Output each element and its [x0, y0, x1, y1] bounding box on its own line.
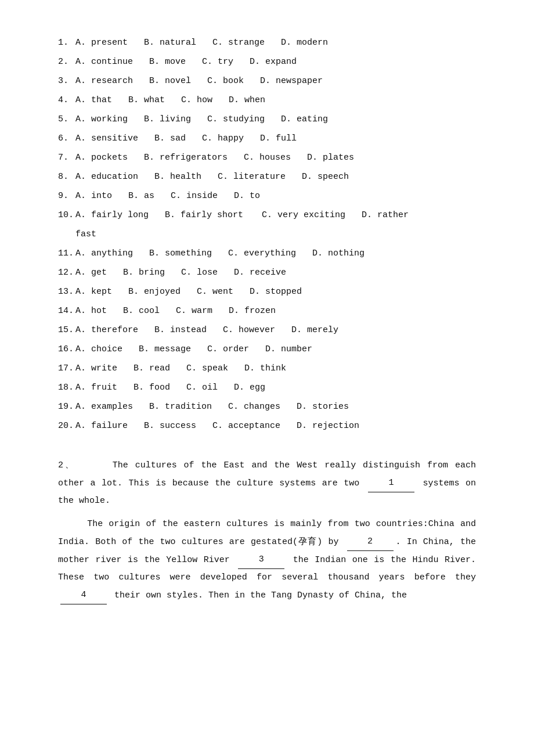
q3-optA: A. research: [75, 73, 133, 89]
q1-optA: A. present: [75, 35, 128, 51]
q19-optC: C. changes: [228, 399, 280, 415]
q4-optC: C. how: [181, 92, 212, 108]
question-4: 4. A. that B. what C. how D. when: [58, 92, 476, 108]
q14-optD: D. frozen: [229, 303, 276, 319]
q20-optA: A. failure: [75, 418, 128, 434]
q2-optB: B. move: [149, 54, 186, 70]
q8-optD: D. speech: [302, 169, 349, 185]
q18-optD: D. egg: [234, 380, 265, 395]
question-14: 14. A. hot B. cool C. warm D. frozen: [58, 303, 476, 319]
q9-num: 9.: [58, 188, 75, 204]
q17-num: 17.: [58, 361, 75, 376]
q17-optA: A. write: [75, 361, 117, 376]
q3-optD: D. newspaper: [260, 73, 323, 89]
blank-1: 1: [368, 474, 414, 492]
q15-optA: A. therefore: [75, 322, 138, 338]
q2-optA: A. continue: [75, 54, 133, 70]
q12-num: 12.: [58, 265, 75, 280]
q9-optB: B. as: [128, 188, 154, 204]
question-15: 15. A. therefore B. instead C. however D…: [58, 322, 476, 338]
question-9: 9. A. into B. as C. inside D. to: [58, 188, 476, 204]
blank-4: 4: [60, 586, 107, 604]
blank-2: 2: [347, 533, 394, 551]
q18-optB: B. food: [134, 380, 170, 395]
q13-optA: A. kept: [75, 284, 112, 300]
q19-optB: B. tradition: [149, 399, 212, 415]
q9-optA: A. into: [75, 188, 112, 204]
q10-optA: A. fairly long: [75, 207, 149, 223]
q11-optB: B. something: [149, 246, 212, 261]
q10-continuation: fast: [58, 226, 476, 242]
q12-optA: A. get: [75, 265, 107, 280]
q10-optC: C. very exciting: [262, 207, 345, 223]
q15-optC: C. however: [223, 322, 275, 338]
q3-optC: C. book: [207, 73, 244, 89]
q18-num: 18.: [58, 380, 75, 395]
question-12: 12. A. get B. bring C. lose D. receive: [58, 265, 476, 280]
q11-optC: C. everything: [228, 246, 296, 261]
q6-optB: B. sad: [154, 131, 186, 146]
q16-optA: A. choice: [75, 341, 122, 357]
question-11: 11. A. anything B. something C. everythi…: [58, 246, 476, 261]
question-2: 2. A. continue B. move C. try D. expand: [58, 54, 476, 70]
q19-optD: D. stories: [297, 399, 349, 415]
question-8: 8. A. education B. health C. literature …: [58, 169, 476, 185]
q1-optC: C. strange: [212, 35, 265, 51]
q14-optB: B. cool: [123, 303, 160, 319]
q18-optA: A. fruit: [75, 380, 117, 395]
question-16: 16. A. choice B. message C. order D. num…: [58, 341, 476, 357]
q2-optC: C. try: [202, 54, 233, 70]
section2-para2-end: their own styles. Then in the Tang Dynas…: [109, 591, 407, 600]
section-2: 2、 The cultures of the East and the West…: [58, 457, 476, 604]
q12-optC: C. lose: [181, 265, 218, 280]
question-18: 18. A. fruit B. food C. oil D. egg: [58, 380, 476, 395]
q9-optC: C. inside: [171, 188, 218, 204]
blank-3: 3: [238, 551, 284, 569]
q13-optD: D. stopped: [250, 284, 302, 300]
q5-optC: C. studying: [207, 111, 265, 127]
q13-optC: C. went: [197, 284, 233, 300]
q4-optD: D. when: [229, 92, 265, 108]
question-19: 19. A. examples B. tradition C. changes …: [58, 399, 476, 415]
q6-optD: D. full: [260, 131, 297, 146]
q19-optA: A. examples: [75, 399, 133, 415]
q1-optD: D. modern: [281, 35, 328, 51]
q8-optC: C. literature: [218, 169, 286, 185]
q2-num: 2.: [58, 54, 75, 70]
q17-optB: B. read: [134, 361, 170, 376]
q19-num: 19.: [58, 399, 75, 415]
q12-optB: B. bring: [123, 265, 165, 280]
q17-optC: C. speak: [186, 361, 228, 376]
q10-optD: D. rather: [362, 207, 409, 223]
q18-optC: C. oil: [186, 380, 218, 395]
q5-optA: A. working: [75, 111, 128, 127]
q5-num: 5.: [58, 111, 75, 127]
q14-num: 14.: [58, 303, 75, 319]
q8-num: 8.: [58, 169, 75, 185]
q10-num: 10.: [58, 207, 75, 223]
q16-num: 16.: [58, 341, 75, 357]
question-5: 5. A. working B. living C. studying D. e…: [58, 111, 476, 127]
q11-optA: A. anything: [75, 246, 133, 261]
q15-num: 15.: [58, 322, 75, 338]
q5-optB: B. living: [144, 111, 191, 127]
q7-optD: D. plates: [307, 150, 354, 165]
q16-optD: D. number: [265, 341, 312, 357]
q7-num: 7.: [58, 150, 75, 165]
q3-num: 3.: [58, 73, 75, 89]
question-1: 1. A. present B. natural C. strange D. m…: [58, 35, 476, 51]
q17-optD: D. think: [244, 361, 286, 376]
q11-num: 11.: [58, 246, 75, 261]
q4-optA: A. that: [75, 92, 112, 108]
q6-optA: A. sensitive: [75, 131, 138, 146]
q8-optB: B. health: [154, 169, 201, 185]
section2-para2: The origin of the eastern cultures is ma…: [58, 516, 476, 604]
q7-optA: A. pockets: [75, 150, 128, 165]
q16-optC: C. order: [207, 341, 249, 357]
q10-optB: B. fairly short: [165, 207, 243, 223]
q20-optD: D. rejection: [297, 418, 359, 434]
q20-num: 20.: [58, 418, 75, 434]
q7-optB: B. refrigerators: [144, 150, 228, 165]
q7-optC: C. houses: [244, 150, 291, 165]
q14-optA: A. hot: [75, 303, 107, 319]
